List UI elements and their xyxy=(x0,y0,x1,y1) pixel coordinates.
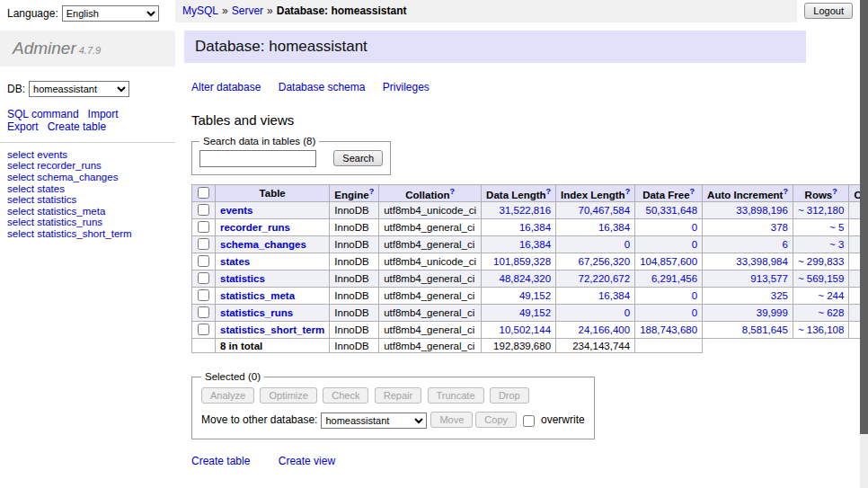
search-button[interactable]: Search xyxy=(333,150,383,166)
db-select[interactable]: homeassistant xyxy=(29,81,129,97)
rows-value[interactable]: ~ 569,159 xyxy=(798,273,844,284)
move-db-select[interactable]: homeassistant xyxy=(321,413,427,429)
row-checkbox[interactable] xyxy=(198,238,209,250)
data-free-value[interactable]: 0 xyxy=(692,307,697,318)
column-help-link[interactable]: ? xyxy=(783,187,788,196)
privileges-link[interactable]: Privileges xyxy=(383,81,430,93)
table-link[interactable]: events xyxy=(220,205,252,216)
auto-increment-value[interactable]: 913,577 xyxy=(750,273,788,284)
column-help-link[interactable]: ? xyxy=(832,187,837,196)
table-link[interactable]: statistics xyxy=(220,273,265,284)
column-help-link[interactable]: ? xyxy=(546,187,552,196)
index-length-value[interactable]: 70,467,584 xyxy=(579,205,631,216)
drop-button[interactable]: Drop xyxy=(490,387,529,404)
sidebar-item-recorder-runs[interactable]: select recorder_runs xyxy=(7,160,168,172)
data-free-value[interactable]: 50,331,648 xyxy=(646,205,698,216)
index-length-value[interactable]: 67,256,320 xyxy=(579,256,631,267)
index-length-value[interactable]: 16,384 xyxy=(598,222,630,233)
table-link[interactable]: schema_changes xyxy=(220,239,306,250)
export-link[interactable]: Export xyxy=(7,120,39,133)
sidebar-item-events[interactable]: select events xyxy=(7,149,168,161)
rows-value[interactable]: ~ 5 xyxy=(829,222,844,233)
alter-database-link[interactable]: Alter database xyxy=(191,81,261,93)
database-schema-link[interactable]: Database schema xyxy=(279,81,366,93)
breadcrumb-link-server[interactable]: Server xyxy=(232,4,263,17)
sidebar-item-schema-changes[interactable]: select schema_changes xyxy=(7,172,168,183)
scrollbar-thumb[interactable] xyxy=(860,0,868,434)
create-table-link[interactable]: Create table xyxy=(48,120,106,133)
row-checkbox[interactable] xyxy=(198,306,209,318)
table-link[interactable]: recorder_runs xyxy=(220,222,290,233)
row-checkbox[interactable] xyxy=(198,204,209,216)
index-length-value[interactable]: 0 xyxy=(624,239,630,250)
rows-value[interactable]: ~ 3 xyxy=(829,239,844,250)
sidebar-item-statistics-runs[interactable]: select statistics_runs xyxy=(7,217,168,228)
data-length-value[interactable]: 16,384 xyxy=(519,222,551,233)
analyze-button[interactable]: Analyze xyxy=(201,387,254,404)
table-link[interactable]: statistics_short_term xyxy=(220,324,324,335)
index-length-value[interactable]: 16,384 xyxy=(598,290,630,301)
column-help-link[interactable]: ? xyxy=(369,187,375,196)
data-free-value[interactable]: 104,857,600 xyxy=(640,256,697,267)
row-checkbox[interactable] xyxy=(198,255,209,267)
row-checkbox[interactable] xyxy=(198,324,209,335)
sidebar-item-statistics[interactable]: select statistics xyxy=(7,194,168,206)
rows-value[interactable]: ~ 299,833 xyxy=(798,256,844,267)
row-checkbox[interactable] xyxy=(198,289,209,301)
truncate-button[interactable]: Truncate xyxy=(428,387,484,404)
select-all-checkbox[interactable] xyxy=(198,187,209,199)
optimize-button[interactable]: Optimize xyxy=(260,387,316,404)
auto-increment-value[interactable]: 39,999 xyxy=(757,307,788,318)
language-select[interactable]: English xyxy=(62,5,159,22)
data-length-value[interactable]: 101,859,328 xyxy=(493,256,551,267)
column-help-link[interactable]: ? xyxy=(449,187,455,196)
repair-button[interactable]: Repair xyxy=(375,387,421,404)
sidebar-item-states[interactable]: select states xyxy=(7,183,168,195)
data-length-value[interactable]: 49,152 xyxy=(519,290,551,301)
check-button[interactable]: Check xyxy=(323,387,368,404)
auto-increment-value[interactable]: 33,898,196 xyxy=(736,205,788,216)
logout-button[interactable]: Logout xyxy=(804,3,853,19)
data-free-value[interactable]: 0 xyxy=(692,290,697,301)
table-link[interactable]: statistics_meta xyxy=(220,290,295,301)
overwrite-label[interactable]: overwrite xyxy=(541,413,585,426)
import-link[interactable]: Import xyxy=(88,108,119,120)
auto-increment-value[interactable]: 6 xyxy=(783,239,788,250)
index-length-value[interactable]: 24,166,400 xyxy=(579,324,631,335)
create-table-link-bottom[interactable]: Create table xyxy=(191,455,250,467)
sidebar-item-statistics-short-term[interactable]: select statistics_short_term xyxy=(7,228,168,240)
data-free-value[interactable]: 0 xyxy=(692,222,697,233)
sidebar-item-statistics-meta[interactable]: select statistics_meta xyxy=(7,206,168,217)
data-free-value[interactable]: 188,743,680 xyxy=(640,324,697,335)
auto-increment-value[interactable]: 378 xyxy=(771,222,788,233)
rows-value[interactable]: ~ 628 xyxy=(818,307,844,318)
data-length-value[interactable]: 49,152 xyxy=(519,307,551,318)
column-help-link[interactable]: ? xyxy=(625,187,631,196)
data-length-value[interactable]: 48,824,320 xyxy=(500,273,552,284)
index-length-value[interactable]: 72,220,672 xyxy=(579,273,631,284)
sql-command-link[interactable]: SQL command xyxy=(7,108,79,120)
rows-value[interactable]: ~ 312,180 xyxy=(798,205,844,216)
data-free-value[interactable]: 0 xyxy=(692,239,697,250)
create-view-link[interactable]: Create view xyxy=(279,455,335,467)
row-checkbox[interactable] xyxy=(198,221,209,233)
row-checkbox[interactable] xyxy=(198,272,209,284)
data-length-value[interactable]: 16,384 xyxy=(519,239,551,250)
data-free-value[interactable]: 6,291,456 xyxy=(651,273,697,284)
move-button[interactable]: Move xyxy=(430,412,473,428)
rows-value[interactable]: ~ 136,108 xyxy=(798,324,844,335)
data-length-value[interactable]: 10,502,144 xyxy=(500,324,552,335)
index-length-value[interactable]: 0 xyxy=(624,307,630,318)
search-input[interactable] xyxy=(199,150,316,167)
data-length-value[interactable]: 31,522,816 xyxy=(500,205,552,216)
auto-increment-value[interactable]: 33,398,984 xyxy=(736,256,788,267)
rows-value[interactable]: ~ 244 xyxy=(818,290,844,301)
table-link[interactable]: states xyxy=(220,256,250,267)
scrollbar[interactable] xyxy=(860,0,868,488)
copy-button[interactable]: Copy xyxy=(475,412,517,428)
table-link[interactable]: statistics_runs xyxy=(220,307,293,318)
auto-increment-value[interactable]: 325 xyxy=(771,290,788,301)
overwrite-checkbox[interactable] xyxy=(523,415,535,427)
auto-increment-value[interactable]: 8,581,645 xyxy=(742,324,788,335)
column-help-link[interactable]: ? xyxy=(690,187,695,196)
